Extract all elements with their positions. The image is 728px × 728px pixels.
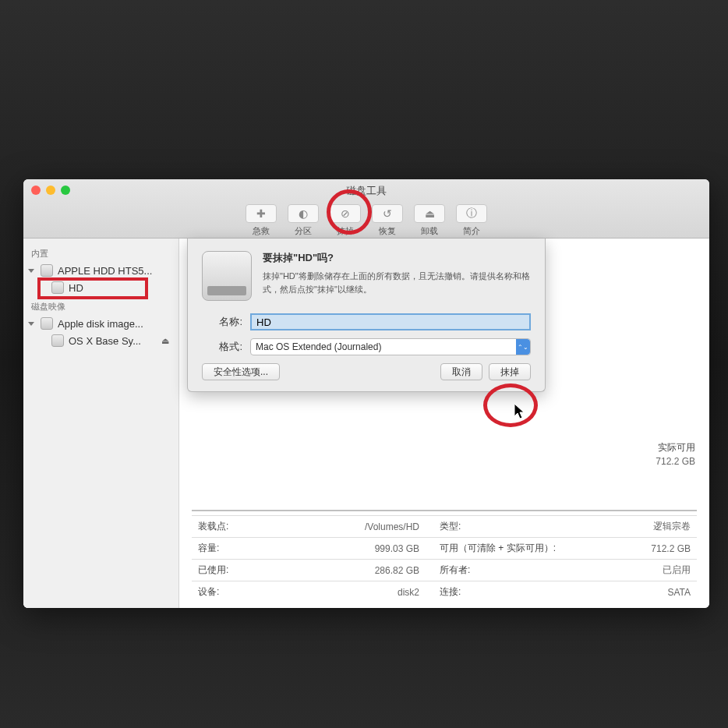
erase-dialog: 要抹掉"HD"吗? 抹掉"HD"将删除储存在上面的所有数据，且无法撤销。请提供名… [187, 239, 546, 392]
dialog-body: 抹掉"HD"将删除储存在上面的所有数据，且无法撤销。请提供名称和格式，然后点按"… [263, 270, 531, 295]
unmount-icon: ⏏ [414, 204, 445, 223]
sidebar-header-internal: 内置 [23, 243, 178, 262]
toolbar-unmount[interactable]: ⏏ 卸载 [409, 204, 450, 237]
format-label: 格式: [202, 340, 250, 354]
name-label: 名称: [202, 315, 250, 329]
chevron-down-icon [28, 269, 34, 273]
available-value: 712.2 GB [656, 456, 695, 467]
table-row: 设备: disk2 连接: SATA [192, 581, 697, 603]
table-row: 装载点: /Volumes/HD 类型: 逻辑宗卷 [192, 516, 697, 538]
close-button[interactable] [31, 186, 41, 195]
table-row: 已使用: 286.82 GB 所有者: 已启用 [192, 560, 697, 581]
toolbar-restore[interactable]: ↺ 恢复 [367, 204, 408, 237]
restore-icon: ↺ [372, 204, 403, 223]
info-table: 装载点: /Volumes/HD 类型: 逻辑宗卷 容量: 999.03 GB … [192, 515, 697, 603]
toolbar-info[interactable]: ⓘ 简介 [451, 204, 492, 237]
toolbar-first-aid[interactable]: ✚ 急救 [241, 204, 281, 237]
divider [192, 510, 697, 511]
toolbar-erase[interactable]: ⊘ 抹掉 [325, 204, 366, 237]
volume-icon [51, 334, 64, 347]
chevron-updown-icon: ⌃⌄ [516, 339, 530, 355]
cancel-button[interactable]: 取消 [440, 363, 482, 380]
window-title: 磁盘工具 [23, 179, 709, 198]
sidebar-item-hd[interactable]: HD [23, 279, 178, 296]
sidebar-item-label: OS X Base Sy... [69, 335, 141, 347]
sidebar-item-label: APPLE HDD HTS5... [58, 265, 152, 277]
sidebar-item-osx-base[interactable]: OS X Base Sy... ⏏ [23, 332, 178, 349]
disk-image-icon [41, 317, 53, 330]
format-value: Mac OS Extended (Journaled) [256, 341, 381, 352]
content-area: 要抹掉"HD"吗? 抹掉"HD"将删除储存在上面的所有数据，且无法撤销。请提供名… [179, 239, 709, 608]
sidebar-item-image0[interactable]: Apple disk image... [23, 315, 178, 332]
security-options-button[interactable]: 安全性选项... [202, 363, 280, 380]
table-row: 容量: 999.03 GB 可用（可清除 + 实际可用）: 712.2 GB [192, 538, 697, 560]
sidebar-header-images: 磁盘映像 [23, 296, 178, 315]
minimize-button[interactable] [46, 186, 55, 195]
volume-icon [51, 281, 64, 294]
chevron-down-icon [28, 322, 34, 326]
sidebar: 内置 APPLE HDD HTS5... HD 磁盘映像 Apple disk … [23, 239, 179, 608]
erase-button[interactable]: 抹掉 [489, 363, 531, 380]
hdd-icon [41, 264, 53, 277]
dialog-title: 要抹掉"HD"吗? [263, 251, 531, 265]
erase-icon: ⊘ [330, 204, 361, 223]
toolbar-partition[interactable]: ◐ 分区 [283, 204, 323, 237]
sidebar-item-disk0[interactable]: APPLE HDD HTS5... [23, 262, 178, 279]
maximize-button[interactable] [61, 186, 70, 195]
sidebar-item-label: HD [69, 282, 83, 294]
info-icon: ⓘ [456, 204, 487, 223]
available-label: 实际可用 [656, 441, 695, 454]
toolbar: ✚ 急救 ◐ 分区 ⊘ 抹掉 ↺ 恢复 ⏏ 卸载 [23, 204, 709, 237]
hdd-large-icon [202, 251, 252, 301]
disk-utility-window: 磁盘工具 ✚ 急救 ◐ 分区 ⊘ 抹掉 ↺ 恢复 [23, 179, 709, 608]
traffic-lights [31, 186, 70, 195]
partition-icon: ◐ [288, 204, 319, 223]
format-select[interactable]: Mac OS Extended (Journaled) ⌃⌄ [250, 338, 531, 355]
first-aid-icon: ✚ [246, 204, 277, 223]
sidebar-item-label: Apple disk image... [58, 318, 143, 330]
eject-icon[interactable]: ⏏ [161, 336, 169, 346]
available-stat: 实际可用 712.2 GB [656, 441, 695, 467]
name-input[interactable] [250, 313, 531, 330]
titlebar: 磁盘工具 ✚ 急救 ◐ 分区 ⊘ 抹掉 ↺ 恢复 [23, 179, 709, 239]
